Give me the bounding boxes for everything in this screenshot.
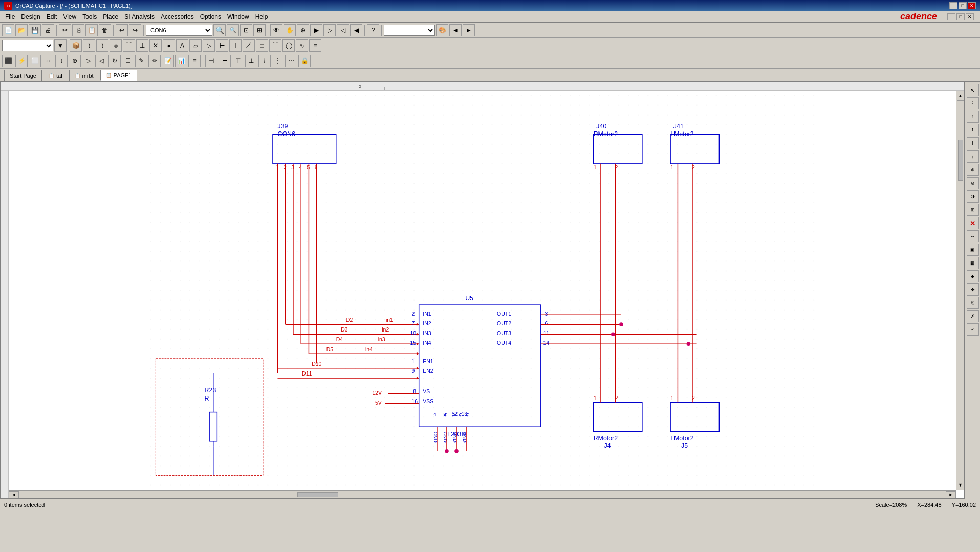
extra-btn-1[interactable]: ⬛ [2, 55, 14, 67]
cut-button[interactable]: ✂ [59, 24, 71, 36]
extra-btn-5[interactable]: ↕ [55, 55, 68, 67]
extra-btn-12[interactable]: ✏ [148, 55, 161, 67]
pan-button[interactable]: ✋ [284, 24, 296, 36]
next-button[interactable]: ► [463, 24, 475, 36]
extra-btn-7[interactable]: ▷ [82, 55, 94, 67]
place-text[interactable]: T [229, 39, 242, 52]
palette-button[interactable]: 🎨 [436, 24, 448, 36]
rt-move[interactable]: ✥ [967, 283, 979, 296]
rt-snap[interactable]: ↔ [967, 230, 979, 242]
copy-button[interactable]: ⎘ [72, 24, 84, 36]
place-part[interactable]: 📦 [70, 39, 82, 52]
extra-btn-8[interactable]: ◁ [95, 55, 107, 67]
undo-button[interactable]: ↩ [116, 24, 128, 36]
open-button[interactable]: 📂 [15, 24, 28, 36]
rt-done[interactable]: ✓ [967, 323, 979, 336]
rt-copy[interactable]: ⎘ [967, 297, 979, 309]
align-top[interactable]: ⊤ [232, 55, 244, 67]
tool-btn-5[interactable]: ▷ [323, 24, 336, 36]
rt-layer[interactable]: ◑ [967, 190, 979, 203]
zoom-area-button[interactable]: ⊡ [240, 24, 252, 36]
menu-accessories[interactable]: Accessories [158, 12, 197, 21]
rt-select2[interactable]: ▩ [967, 257, 979, 269]
place-bus[interactable]: ⌇ [96, 39, 108, 52]
tab-mrbt[interactable]: 📋 mrbt [69, 70, 99, 81]
rt-zoom-in[interactable]: ⊕ [967, 164, 979, 176]
tool-btn-6[interactable]: ◁ [337, 24, 349, 36]
hscroll-thumb[interactable] [297, 492, 338, 497]
tab-page1[interactable]: 📋 PAGE1 [100, 70, 138, 81]
align-right[interactable]: ⊢ [219, 55, 231, 67]
menu-help[interactable]: Help [252, 12, 271, 21]
place-ellipse[interactable]: ◯ [282, 39, 295, 52]
new-button[interactable]: 📄 [2, 24, 14, 36]
menu-place[interactable]: Place [100, 12, 121, 21]
tool-btn-4[interactable]: ▶ [310, 24, 322, 36]
app-minimize-button[interactable]: _ [947, 13, 955, 20]
rt-bus[interactable]: ⌇ [967, 111, 979, 123]
search-filter-dropdown[interactable]: CON6 [146, 25, 212, 36]
netlist[interactable]: ≡ [309, 39, 321, 52]
extra-btn-14[interactable]: 📊 [175, 55, 187, 67]
vertical-scrollbar[interactable]: ▲ ▼ [956, 91, 964, 490]
place-power[interactable]: ⌒ [123, 39, 135, 52]
place-hier[interactable]: ▱ [189, 39, 202, 52]
vscroll-thumb[interactable] [958, 140, 963, 181]
layer-dropdown[interactable] [384, 25, 435, 36]
filter-down[interactable]: ▼ [54, 39, 67, 52]
extra-btn-3[interactable]: ⬜ [29, 55, 41, 67]
place-noconn[interactable]: ✕ [149, 39, 162, 52]
horizontal-scrollbar[interactable]: ◄ ► [9, 490, 956, 498]
place-gnd[interactable]: ⊥ [136, 39, 148, 52]
place-net[interactable]: ⌾ [110, 39, 122, 52]
menu-view[interactable]: View [60, 12, 79, 21]
vscroll-up[interactable]: ▲ [957, 91, 964, 101]
rt-wire[interactable]: ⌇ [967, 97, 979, 109]
place-bezier[interactable]: ∿ [296, 39, 308, 52]
maximize-button[interactable]: □ [959, 2, 967, 9]
tool-btn-7[interactable]: ◀ [350, 24, 362, 36]
hscroll-left[interactable]: ◄ [9, 491, 19, 498]
align-left[interactable]: ⊣ [205, 55, 217, 67]
rt-place3[interactable]: ↕ [967, 150, 979, 163]
rt-zoom-out[interactable]: ⊖ [967, 177, 979, 189]
hscroll-right[interactable]: ► [946, 491, 956, 498]
zoom-fit-button[interactable]: ⊞ [253, 24, 266, 36]
zoom-out-button[interactable]: 🔍 [227, 24, 239, 36]
menu-options[interactable]: Options [197, 12, 224, 21]
close-button[interactable]: ✕ [968, 2, 976, 9]
menu-tools[interactable]: Tools [79, 12, 100, 21]
place-pin[interactable]: ⊢ [216, 39, 228, 52]
place-rect[interactable]: □ [256, 39, 268, 52]
menu-file[interactable]: File [2, 12, 18, 21]
menu-edit[interactable]: Edit [43, 12, 60, 21]
delete-button[interactable]: 🗑 [99, 24, 111, 36]
extra-btn-11[interactable]: ✎ [135, 55, 147, 67]
tool-btn-3[interactable]: ⊕ [297, 24, 309, 36]
rt-select[interactable]: ▣ [967, 244, 979, 256]
place-wire[interactable]: ⌇ [83, 39, 95, 52]
extra-btn-15[interactable]: ≡ [188, 55, 201, 67]
extra-btn-4[interactable]: ↔ [42, 55, 54, 67]
extra-btn-6[interactable]: ⊕ [69, 55, 81, 67]
place-arc[interactable]: ⌒ [269, 39, 281, 52]
rt-diamond[interactable]: ◆ [967, 270, 979, 282]
extra-btn-10[interactable]: ☐ [122, 55, 134, 67]
app-close-button[interactable]: ✕ [966, 13, 974, 20]
place-label[interactable]: A [176, 39, 188, 52]
tab-start-page[interactable]: Start Page [4, 70, 42, 81]
place-junc[interactable]: ● [163, 39, 175, 52]
rt-place1[interactable]: 1 [967, 124, 979, 136]
distribute-v[interactable]: ⋮ [272, 55, 284, 67]
schematic-canvas[interactable]: 2 J39 CON6 [0, 82, 965, 499]
prev-button[interactable]: ◄ [449, 24, 462, 36]
lock-icon[interactable]: 🔒 [298, 55, 311, 67]
zoom-in-button[interactable]: 🔍 [213, 24, 226, 36]
place-line[interactable]: ／ [243, 39, 255, 52]
help-button[interactable]: ? [367, 24, 379, 36]
filter-dropdown[interactable] [2, 40, 53, 51]
minimize-button[interactable]: _ [949, 2, 957, 9]
menu-si-analysis[interactable]: SI Analysis [121, 12, 158, 21]
redo-button[interactable]: ↪ [129, 24, 141, 36]
extra-btn-2[interactable]: ⚡ [15, 55, 28, 67]
